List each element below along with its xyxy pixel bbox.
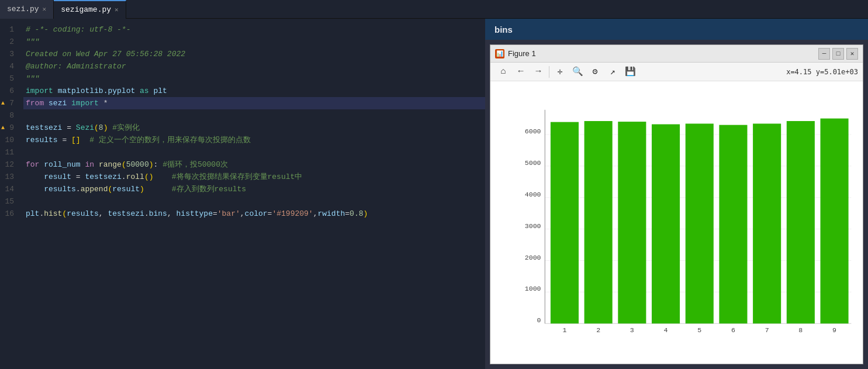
lines-button[interactable]: ↗ bbox=[604, 64, 621, 80]
svg-text:6: 6 bbox=[731, 326, 735, 334]
code-line-5: """ bbox=[23, 73, 485, 85]
code-token bbox=[144, 183, 172, 195]
code-token: . bbox=[39, 208, 44, 220]
figure-controls: ─ □ ✕ bbox=[818, 48, 858, 60]
tab-sezi-label: sezi.py bbox=[7, 5, 39, 13]
svg-text:2: 2 bbox=[596, 326, 600, 334]
code-token: results bbox=[26, 134, 58, 146]
tab-bar: sezi.py ✕ sezigame.py ✕ bbox=[0, 0, 868, 19]
zoom-button[interactable]: 🔍 bbox=[569, 64, 586, 80]
figure-icon: 📊 bbox=[495, 49, 504, 58]
bar-6 bbox=[719, 125, 747, 324]
code-token: roll bbox=[126, 171, 144, 183]
ln-1: 1 bbox=[0, 23, 19, 36]
ln-14: 14 bbox=[0, 183, 19, 195]
code-token bbox=[53, 85, 58, 97]
bar-1 bbox=[551, 122, 579, 324]
code-line-6: import matplotlib.pyplot as plt bbox=[23, 85, 485, 97]
code-token: for bbox=[26, 158, 39, 171]
bar-7 bbox=[753, 123, 781, 323]
code-token: 8 bbox=[99, 122, 103, 134]
ln-5: 5 bbox=[0, 73, 19, 85]
home-button[interactable]: ⌂ bbox=[495, 64, 511, 80]
code-line-15 bbox=[23, 195, 485, 208]
code-line-9: testsezi = Sezi ( 8 ) #实例化 bbox=[23, 122, 485, 134]
svg-text:7: 7 bbox=[765, 326, 769, 334]
back-button[interactable]: ← bbox=[513, 64, 529, 80]
chart-area: 0 1000 2000 3000 4000 5000 6000 bbox=[490, 81, 863, 364]
forward-button[interactable]: → bbox=[530, 64, 547, 80]
code-token: [] bbox=[71, 134, 81, 146]
code-token: = bbox=[345, 208, 350, 220]
code-token: 'bar' bbox=[217, 208, 240, 220]
config-button[interactable]: ⚙ bbox=[587, 64, 603, 80]
code-token: """ bbox=[26, 73, 39, 85]
svg-text:5000: 5000 bbox=[525, 159, 541, 167]
ln-9: 9 bbox=[0, 122, 19, 134]
code-token: matplotlib.pyplot bbox=[58, 85, 136, 97]
code-token: results bbox=[67, 208, 99, 220]
save-button[interactable]: 💾 bbox=[622, 64, 638, 80]
code-token: = bbox=[213, 208, 217, 220]
code-line-4: @author: Administrator bbox=[23, 60, 485, 73]
code-token: bins bbox=[149, 208, 167, 220]
code-token: 0.8 bbox=[350, 208, 363, 220]
ln-7: 7 bbox=[0, 97, 19, 109]
line-numbers: 1 2 3 4 5 6 7 8 9 10 11 12 13 14 15 16 bbox=[0, 19, 23, 369]
figure-minimize-button[interactable]: ─ bbox=[818, 48, 830, 60]
code-token: results bbox=[44, 183, 76, 195]
toolbar-separator-1 bbox=[549, 66, 549, 78]
code-token bbox=[154, 171, 172, 183]
ln-2: 2 bbox=[0, 36, 19, 48]
tab-sezigame[interactable]: sezigame.py ✕ bbox=[54, 0, 126, 19]
figure-close-button[interactable]: ✕ bbox=[846, 48, 858, 60]
code-token: testsezi bbox=[108, 208, 144, 220]
ln-15: 15 bbox=[0, 195, 19, 208]
code-line-12: for roll_num in range ( 50000 ) : #循环，投5… bbox=[23, 158, 485, 171]
code-line-7: from sezi import * bbox=[23, 97, 485, 109]
ln-4: 4 bbox=[0, 60, 19, 73]
tab-sezigame-label: sezigame.py bbox=[61, 5, 111, 14]
tab-sezi-close[interactable]: ✕ bbox=[43, 5, 47, 13]
code-token: ( bbox=[122, 158, 126, 171]
code-token: histtype bbox=[177, 208, 213, 220]
tab-sezi[interactable]: sezi.py ✕ bbox=[0, 0, 54, 19]
code-token: ) bbox=[363, 208, 368, 220]
code-token: 50000 bbox=[126, 158, 149, 171]
code-token-from: from bbox=[26, 97, 44, 109]
code-token bbox=[67, 97, 71, 109]
pan-button[interactable]: ✛ bbox=[552, 64, 568, 80]
code-token bbox=[39, 158, 44, 171]
histogram-chart: 0 1000 2000 3000 4000 5000 6000 bbox=[520, 87, 857, 346]
code-token: . bbox=[76, 183, 81, 195]
tab-sezigame-close[interactable]: ✕ bbox=[115, 6, 119, 13]
code-editor: 1 2 3 4 5 6 7 8 9 10 11 12 13 14 15 16 #… bbox=[0, 19, 485, 369]
code-token: # -*- coding: utf-8 -*- bbox=[26, 23, 130, 36]
figure-window: 📊 Figure 1 ─ □ ✕ ⌂ ← → ✛ 🔍 ⚙ ↗ 💾 x=4.1 bbox=[490, 44, 863, 364]
code-token: in bbox=[85, 158, 94, 171]
code-token: """ bbox=[26, 36, 39, 48]
code-token bbox=[81, 134, 90, 146]
figure-maximize-button[interactable]: □ bbox=[832, 48, 844, 60]
code-token: ( bbox=[62, 208, 67, 220]
code-content[interactable]: # -*- coding: utf-8 -*- """ Created on W… bbox=[23, 19, 485, 369]
code-token: plt bbox=[153, 85, 167, 97]
code-line-11 bbox=[23, 146, 485, 158]
bins-title: bins bbox=[485, 19, 868, 40]
bar-9 bbox=[820, 119, 848, 324]
code-token: = bbox=[268, 208, 272, 220]
code-token bbox=[44, 97, 49, 109]
bar-4 bbox=[652, 124, 680, 323]
code-token: # 定义一个空的数列，用来保存每次投掷的点数 bbox=[89, 134, 251, 146]
ln-12: 12 bbox=[0, 158, 19, 171]
code-token: . bbox=[144, 208, 149, 220]
code-token: ) bbox=[149, 158, 154, 171]
code-token: #将每次投掷结果保存到变量result中 bbox=[172, 171, 303, 183]
code-token: @author: Administrator bbox=[26, 60, 126, 73]
code-line-16: plt . hist ( results , testsezi . bins ,… bbox=[23, 208, 485, 220]
code-token: ( bbox=[94, 122, 99, 134]
bar-8 bbox=[787, 121, 815, 323]
code-token: : bbox=[154, 158, 163, 171]
code-token: #实例化 bbox=[112, 122, 140, 134]
svg-text:4000: 4000 bbox=[525, 191, 541, 198]
